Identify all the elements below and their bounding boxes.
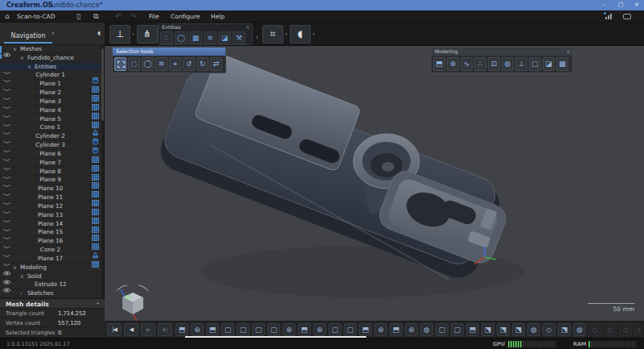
rectangle-select[interactable] xyxy=(114,57,126,71)
chamfer-tool[interactable]: ◪ xyxy=(543,57,555,71)
tree-item-plane-17[interactable]: Plane 17 xyxy=(0,255,102,264)
tab-close-icon[interactable]: ✕ xyxy=(52,26,55,40)
group-options-icon[interactable]: ✕ xyxy=(246,24,250,31)
palette-title[interactable]: Selection tools xyxy=(113,48,225,56)
extrude-operation-icon[interactable]: ⬒ xyxy=(206,323,219,336)
maximize-button[interactable]: □ xyxy=(617,0,625,10)
tree-item-plane-16[interactable]: Plane 16 xyxy=(0,237,102,246)
circle-entity-tool[interactable]: ◯ xyxy=(175,31,188,44)
tree-item-meshes[interactable]: ∨Meshes xyxy=(0,45,102,54)
revolve-operation-icon[interactable]: ⊛ xyxy=(283,323,295,336)
tree-item-fundido_chance[interactable]: ∨Fundido_chance xyxy=(0,54,102,63)
chevron-right-icon[interactable]: › xyxy=(312,31,315,38)
surface-fit-tool[interactable]: ◖ xyxy=(290,25,311,44)
loft-operation-icon[interactable]: ◍ xyxy=(527,323,540,336)
import-document-icon[interactable]: ⧉ xyxy=(93,10,98,23)
minimize-button[interactable]: – xyxy=(601,0,609,10)
tab-navigation[interactable]: Navigation ✕ xyxy=(4,29,52,44)
fillet-operation-icon[interactable]: ▢ xyxy=(344,323,357,336)
fillet-tool[interactable]: ▢ xyxy=(529,57,541,71)
cut-operation-icon[interactable]: ⬔ xyxy=(497,323,510,336)
tree-item-plane-8[interactable]: Plane 8 xyxy=(0,168,102,177)
tree-item-cylinder-2[interactable]: Cylinder 2 xyxy=(0,132,102,141)
extract-plane-tool[interactable]: ◪ xyxy=(218,31,231,44)
fillet-operation-icon[interactable]: ▢ xyxy=(267,323,280,336)
extrude-tool[interactable]: ⬒ xyxy=(433,57,445,71)
cube-operation-icon[interactable]: ◇ xyxy=(588,323,601,336)
chevron-down-icon[interactable]: ∨ xyxy=(27,63,31,71)
extrude-operation-icon[interactable]: ⬒ xyxy=(359,323,372,336)
fillet-operation-icon[interactable]: ▢ xyxy=(237,323,250,336)
revolve-operation-icon[interactable]: ⊛ xyxy=(313,323,326,336)
tree-item-plane-3[interactable]: Plane 3 xyxy=(0,98,102,106)
loft-operation-icon[interactable]: ◍ xyxy=(420,323,433,336)
menu-configure[interactable]: Configure xyxy=(171,10,200,23)
cut-operation-icon[interactable]: ⬔ xyxy=(481,323,494,336)
undo-icon[interactable]: ↶ xyxy=(115,10,122,23)
feedback-chat-icon[interactable] xyxy=(623,14,631,19)
sweep-tool[interactable]: ∿ xyxy=(460,57,473,71)
tree-item-plane-15[interactable]: Plane 15 xyxy=(0,228,102,237)
module-label[interactable]: Scan-to-CAD xyxy=(17,10,55,23)
grow-select[interactable]: ⌖ xyxy=(169,57,181,71)
tree-item-plane-10[interactable]: Plane 10 xyxy=(0,185,102,193)
wireframe-tool[interactable]: ⌗ xyxy=(262,25,283,44)
tree-item-sketches[interactable]: ›Sketches xyxy=(0,289,102,298)
layer-select[interactable]: ≋ xyxy=(155,57,167,71)
cube-operation-icon[interactable]: ◇ xyxy=(619,323,632,336)
menu-file[interactable]: File xyxy=(149,10,159,23)
surface-stack-tool[interactable]: ≋ xyxy=(204,31,217,44)
fillet-operation-icon[interactable]: ▢ xyxy=(221,323,234,336)
step-back-button[interactable]: ◀ xyxy=(124,323,138,336)
viewport-3d[interactable]: Selection tools ◌◯≋⌖↺↻⇄ Modeling ✕ ⬒⊛∿∴⊡… xyxy=(105,46,644,321)
cube-operation-icon[interactable]: ◇ xyxy=(634,323,641,336)
cut-operation-icon[interactable]: ⬔ xyxy=(558,323,571,336)
chevron-down-icon[interactable]: ∨ xyxy=(20,54,24,62)
revolve-operation-icon[interactable]: ⊛ xyxy=(374,323,387,336)
tree-item-plane-14[interactable]: Plane 14 xyxy=(0,220,102,229)
mirror-tool[interactable]: ⟂ xyxy=(515,57,527,71)
cube-operation-icon[interactable]: ◇ xyxy=(604,323,617,336)
extrude-operation-icon[interactable]: ⬒ xyxy=(466,323,479,336)
tree-scrollbar[interactable] xyxy=(101,45,104,298)
palette-close-icon[interactable]: ✕ xyxy=(566,48,570,56)
new-document-icon[interactable]: ▯ xyxy=(76,10,80,23)
fillet-operation-icon[interactable]: ▢ xyxy=(328,323,341,336)
rotate-left-select[interactable]: ↺ xyxy=(183,57,195,71)
hammer-tool[interactable]: ⚒ xyxy=(233,31,246,44)
tree-item-plane-1[interactable]: Plane 1 xyxy=(0,80,102,89)
fillet-operation-icon[interactable]: ▢ xyxy=(451,323,464,336)
rotate-right-select[interactable]: ↻ xyxy=(196,57,208,71)
view-cube[interactable] xyxy=(111,284,153,321)
mirror-select[interactable]: ⇄ xyxy=(210,57,222,71)
cube-operation-icon[interactable]: ◇ xyxy=(543,323,555,336)
skip-start-button[interactable]: |◀ xyxy=(107,323,122,336)
material-tool[interactable]: ▩ xyxy=(556,57,568,71)
tree-item-plane-9[interactable]: Plane 9 xyxy=(0,176,102,185)
tree-item-extrude-12[interactable]: Extrude 12 xyxy=(0,280,102,289)
extrude-operation-icon[interactable]: ⬒ xyxy=(175,323,188,336)
menu-help[interactable]: Help xyxy=(211,10,225,23)
chevron-down-icon[interactable]: ∨ xyxy=(13,264,17,272)
cut-operation-icon[interactable]: ⬔ xyxy=(512,323,525,336)
chevron-down-icon[interactable]: ∨ xyxy=(13,45,17,53)
palette-title[interactable]: Modeling ✕ xyxy=(431,48,572,56)
tree-item-plane-7[interactable]: Plane 7 xyxy=(0,159,102,168)
freeform-select[interactable]: ◌ xyxy=(128,57,140,71)
redo-icon[interactable]: ↷ xyxy=(130,10,137,23)
primitives-tool[interactable]: ∴ xyxy=(474,57,486,71)
chevron-right-icon[interactable]: › xyxy=(20,289,23,297)
skip-end-button[interactable]: ▶| xyxy=(158,323,172,336)
chevron-right-icon[interactable]: › xyxy=(132,31,134,38)
mesh-cleanup-tool[interactable]: ⟂ xyxy=(109,25,130,44)
step-forward-button[interactable]: ▶ xyxy=(141,323,155,336)
tree-item-plane-6[interactable]: Plane 6 xyxy=(0,150,102,159)
chevron-right-icon[interactable]: › xyxy=(285,31,287,38)
revolve-tool[interactable]: ⊛ xyxy=(447,57,459,71)
revolve-operation-icon[interactable]: ⊛ xyxy=(191,323,204,336)
fillet-operation-icon[interactable]: ▢ xyxy=(252,323,265,336)
tree-item-plane-5[interactable]: Plane 5 xyxy=(0,115,102,124)
close-button[interactable]: ✕ xyxy=(633,0,641,10)
tree-item-cone-1[interactable]: Cone 1 xyxy=(0,123,102,132)
tree-item-plane-4[interactable]: Plane 4 xyxy=(0,106,102,115)
